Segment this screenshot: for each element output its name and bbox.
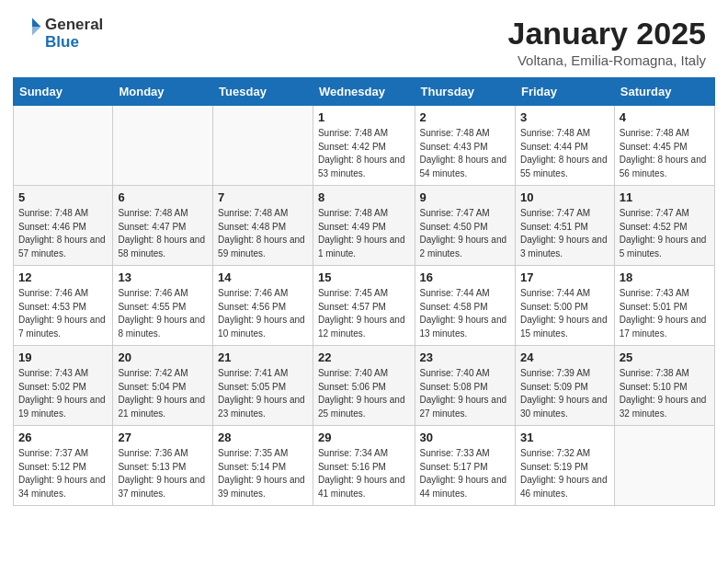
day-number: 16 xyxy=(420,270,510,284)
calendar-cell: 3Sunrise: 7:48 AMSunset: 4:44 PMDaylight… xyxy=(515,106,614,186)
calendar-cell: 24Sunrise: 7:39 AMSunset: 5:09 PMDayligh… xyxy=(515,346,614,426)
calendar-cell: 29Sunrise: 7:34 AMSunset: 5:16 PMDayligh… xyxy=(313,426,415,506)
calendar-cell: 21Sunrise: 7:41 AMSunset: 5:05 PMDayligh… xyxy=(213,346,313,426)
calendar-cell: 27Sunrise: 7:36 AMSunset: 5:13 PMDayligh… xyxy=(113,426,213,506)
col-wednesday: Wednesday xyxy=(313,78,415,106)
calendar-week-1: 1Sunrise: 7:48 AMSunset: 4:42 PMDaylight… xyxy=(14,106,715,186)
calendar-cell: 18Sunrise: 7:43 AMSunset: 5:01 PMDayligh… xyxy=(614,266,714,346)
day-number: 29 xyxy=(318,431,410,444)
day-info: Sunrise: 7:47 AMSunset: 4:52 PMDaylight:… xyxy=(620,207,710,260)
calendar-cell: 28Sunrise: 7:35 AMSunset: 5:14 PMDayligh… xyxy=(213,426,313,506)
calendar-cell xyxy=(614,426,714,506)
day-info: Sunrise: 7:48 AMSunset: 4:46 PMDaylight:… xyxy=(18,207,108,260)
day-number: 12 xyxy=(18,270,108,284)
day-info: Sunrise: 7:46 AMSunset: 4:56 PMDaylight:… xyxy=(218,287,308,340)
day-number: 30 xyxy=(420,431,510,444)
day-number: 20 xyxy=(118,350,208,364)
day-number: 9 xyxy=(420,190,510,204)
day-info: Sunrise: 7:48 AMSunset: 4:49 PMDaylight:… xyxy=(318,207,410,260)
day-number: 17 xyxy=(520,270,609,284)
day-info: Sunrise: 7:47 AMSunset: 4:51 PMDaylight:… xyxy=(520,207,609,260)
svg-marker-0 xyxy=(32,18,40,27)
day-info: Sunrise: 7:48 AMSunset: 4:44 PMDaylight:… xyxy=(520,127,609,180)
calendar-week-2: 5Sunrise: 7:48 AMSunset: 4:46 PMDaylight… xyxy=(14,186,715,266)
day-info: Sunrise: 7:40 AMSunset: 5:06 PMDaylight:… xyxy=(318,367,410,420)
day-number: 5 xyxy=(18,190,108,204)
logo-general: General xyxy=(45,17,103,34)
day-info: Sunrise: 7:38 AMSunset: 5:10 PMDaylight:… xyxy=(620,367,710,420)
calendar-table: Sunday Monday Tuesday Wednesday Thursday… xyxy=(13,77,715,506)
day-info: Sunrise: 7:48 AMSunset: 4:48 PMDaylight:… xyxy=(218,207,308,260)
day-number: 4 xyxy=(620,110,710,124)
calendar-cell: 10Sunrise: 7:47 AMSunset: 4:51 PMDayligh… xyxy=(515,186,614,266)
calendar-cell xyxy=(14,106,113,186)
calendar-cell: 15Sunrise: 7:45 AMSunset: 4:57 PMDayligh… xyxy=(313,266,415,346)
day-number: 7 xyxy=(218,190,308,204)
day-info: Sunrise: 7:42 AMSunset: 5:04 PMDaylight:… xyxy=(118,367,208,420)
day-info: Sunrise: 7:45 AMSunset: 4:57 PMDaylight:… xyxy=(318,287,410,340)
calendar-cell: 31Sunrise: 7:32 AMSunset: 5:19 PMDayligh… xyxy=(515,426,614,506)
day-info: Sunrise: 7:44 AMSunset: 4:58 PMDaylight:… xyxy=(420,287,510,340)
calendar-cell: 9Sunrise: 7:47 AMSunset: 4:50 PMDaylight… xyxy=(415,186,515,266)
calendar-cell: 12Sunrise: 7:46 AMSunset: 4:53 PMDayligh… xyxy=(14,266,113,346)
logo-icon xyxy=(22,17,42,37)
day-info: Sunrise: 7:35 AMSunset: 5:14 PMDaylight:… xyxy=(218,447,308,500)
day-number: 18 xyxy=(620,270,710,284)
day-info: Sunrise: 7:48 AMSunset: 4:43 PMDaylight:… xyxy=(420,127,510,180)
col-saturday: Saturday xyxy=(614,78,714,106)
day-number: 8 xyxy=(318,190,410,204)
col-sunday: Sunday xyxy=(14,78,113,106)
calendar-cell xyxy=(113,106,213,186)
calendar-week-4: 19Sunrise: 7:43 AMSunset: 5:02 PMDayligh… xyxy=(14,346,715,426)
day-number: 6 xyxy=(118,190,208,204)
day-info: Sunrise: 7:32 AMSunset: 5:19 PMDaylight:… xyxy=(520,447,609,500)
calendar-cell: 8Sunrise: 7:48 AMSunset: 4:49 PMDaylight… xyxy=(313,186,415,266)
day-info: Sunrise: 7:47 AMSunset: 4:50 PMDaylight:… xyxy=(420,207,510,260)
day-number: 22 xyxy=(318,350,410,364)
calendar-cell: 13Sunrise: 7:46 AMSunset: 4:55 PMDayligh… xyxy=(113,266,213,346)
page-header: General Blue January 2025 Voltana, Emili… xyxy=(0,0,728,77)
calendar-cell: 25Sunrise: 7:38 AMSunset: 5:10 PMDayligh… xyxy=(614,346,714,426)
day-number: 21 xyxy=(218,350,308,364)
day-info: Sunrise: 7:43 AMSunset: 5:02 PMDaylight:… xyxy=(18,367,108,420)
calendar-cell: 7Sunrise: 7:48 AMSunset: 4:48 PMDaylight… xyxy=(213,186,313,266)
day-number: 3 xyxy=(520,110,609,124)
calendar-week-3: 12Sunrise: 7:46 AMSunset: 4:53 PMDayligh… xyxy=(14,266,715,346)
day-number: 25 xyxy=(620,350,710,364)
calendar-cell: 20Sunrise: 7:42 AMSunset: 5:04 PMDayligh… xyxy=(113,346,213,426)
day-info: Sunrise: 7:40 AMSunset: 5:08 PMDaylight:… xyxy=(420,367,510,420)
day-info: Sunrise: 7:39 AMSunset: 5:09 PMDaylight:… xyxy=(520,367,609,420)
calendar-cell: 23Sunrise: 7:40 AMSunset: 5:08 PMDayligh… xyxy=(415,346,515,426)
calendar-cell: 17Sunrise: 7:44 AMSunset: 5:00 PMDayligh… xyxy=(515,266,614,346)
day-info: Sunrise: 7:48 AMSunset: 4:45 PMDaylight:… xyxy=(620,127,710,180)
calendar-cell: 16Sunrise: 7:44 AMSunset: 4:58 PMDayligh… xyxy=(415,266,515,346)
calendar-cell: 11Sunrise: 7:47 AMSunset: 4:52 PMDayligh… xyxy=(614,186,714,266)
day-number: 2 xyxy=(420,110,510,124)
day-number: 15 xyxy=(318,270,410,284)
location: Voltana, Emilia-Romagna, Italy xyxy=(508,52,707,68)
day-info: Sunrise: 7:41 AMSunset: 5:05 PMDaylight:… xyxy=(218,367,308,420)
day-info: Sunrise: 7:48 AMSunset: 4:47 PMDaylight:… xyxy=(118,207,208,260)
logo: General Blue xyxy=(22,17,103,51)
day-number: 11 xyxy=(620,190,710,204)
calendar-cell: 30Sunrise: 7:33 AMSunset: 5:17 PMDayligh… xyxy=(415,426,515,506)
day-number: 27 xyxy=(118,431,208,444)
calendar-cell: 2Sunrise: 7:48 AMSunset: 4:43 PMDaylight… xyxy=(415,106,515,186)
day-info: Sunrise: 7:43 AMSunset: 5:01 PMDaylight:… xyxy=(620,287,710,340)
calendar-header-row: Sunday Monday Tuesday Wednesday Thursday… xyxy=(14,78,715,106)
day-number: 1 xyxy=(318,110,410,124)
calendar-cell: 22Sunrise: 7:40 AMSunset: 5:06 PMDayligh… xyxy=(313,346,415,426)
day-number: 31 xyxy=(520,431,609,444)
month-title: January 2025 xyxy=(508,17,707,51)
day-number: 28 xyxy=(218,431,308,444)
day-number: 13 xyxy=(118,270,208,284)
day-number: 10 xyxy=(520,190,609,204)
day-number: 23 xyxy=(420,350,510,364)
day-number: 19 xyxy=(18,350,108,364)
col-tuesday: Tuesday xyxy=(213,78,313,106)
day-number: 26 xyxy=(18,431,108,444)
calendar-week-5: 26Sunrise: 7:37 AMSunset: 5:12 PMDayligh… xyxy=(14,426,715,506)
calendar-cell xyxy=(213,106,313,186)
calendar-cell: 26Sunrise: 7:37 AMSunset: 5:12 PMDayligh… xyxy=(14,426,113,506)
col-friday: Friday xyxy=(515,78,614,106)
